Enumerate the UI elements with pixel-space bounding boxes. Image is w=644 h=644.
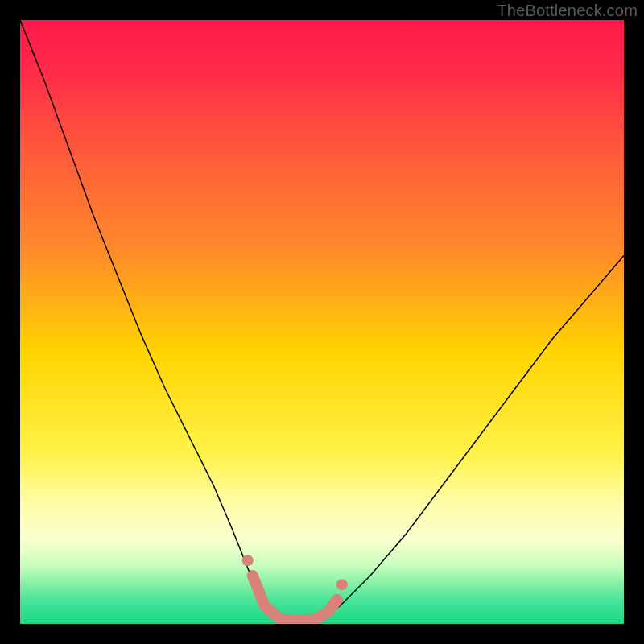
highlight-end-dot — [336, 579, 348, 590]
highlight-start-dot — [242, 555, 254, 566]
chart-frame: TheBottleneck.com — [0, 0, 644, 644]
plot-area — [20, 20, 624, 624]
chart-svg — [20, 20, 624, 624]
gradient-background — [20, 20, 624, 624]
watermark-text: TheBottleneck.com — [497, 2, 638, 20]
